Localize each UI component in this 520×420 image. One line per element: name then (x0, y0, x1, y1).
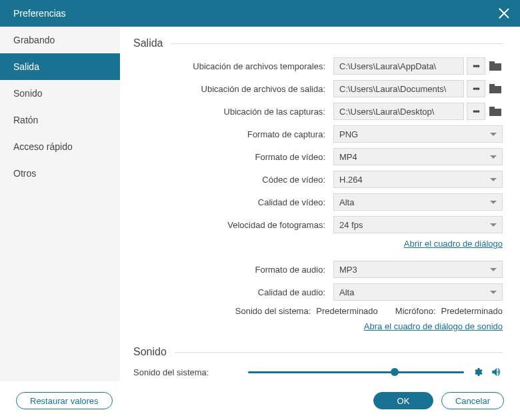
select-video-quality[interactable]: Alta (333, 193, 503, 211)
value-system-sound: Predeterminado (316, 306, 378, 316)
slider-track (248, 371, 464, 373)
input-temp-path[interactable] (333, 57, 464, 75)
value-microphone: Predeterminado (441, 306, 503, 316)
slider-thumb[interactable] (391, 368, 399, 376)
folder-icon (489, 107, 501, 116)
browse-button-temp[interactable]: ••• (467, 57, 485, 75)
select-value: MP4 (339, 152, 357, 162)
link-row-open-dialog: Abrir el cuadro de diálogo (133, 239, 503, 249)
label-video-quality: Calidad de vídeo: (133, 197, 333, 207)
ellipsis-icon: ••• (473, 61, 479, 71)
device-info-row: Sonido del sistema: Predeterminado Micró… (133, 306, 503, 316)
open-dialog-link[interactable]: Abrir el cuadro de diálogo (404, 239, 503, 249)
restore-defaults-button[interactable]: Restaurar valores (16, 392, 113, 409)
row-capture-path: Ubicación de las capturas: ••• (133, 103, 503, 120)
sidebar: Grabando Salida Sonido Ratón Acceso rápi… (0, 27, 120, 381)
sidebar-item-output[interactable]: Salida (0, 53, 120, 80)
ellipsis-icon: ••• (473, 107, 479, 116)
label-video-codec: Códec de vídeo: (133, 175, 333, 185)
gear-icon[interactable] (472, 367, 483, 377)
row-system-sound-slider: Sonido del sistema: (133, 366, 503, 378)
input-capture-path[interactable] (333, 103, 464, 120)
sidebar-item-others[interactable]: Otros (0, 160, 120, 187)
label-microphone: Micrófono: (395, 306, 436, 316)
cancel-button[interactable]: Cancelar (441, 392, 504, 409)
label-output-path: Ubicación de archivos de salida: (133, 84, 333, 94)
ok-button[interactable]: OK (373, 392, 433, 409)
select-value: H.264 (339, 175, 363, 185)
label-audio-format: Formato de audio: (133, 265, 333, 275)
select-fps[interactable]: 24 fps (333, 216, 503, 233)
select-value: Alta (339, 197, 354, 207)
system-sound-slider[interactable] (248, 367, 464, 377)
speaker-icon[interactable] (491, 366, 503, 378)
input-output-path[interactable] (333, 80, 464, 97)
section-heading-output: Salida (133, 37, 503, 49)
footer: Restaurar valores OK Cancelar (0, 381, 520, 420)
close-icon[interactable] (497, 7, 511, 20)
row-video-format: Formato de vídeo: MP4 (133, 148, 503, 165)
ellipsis-icon: ••• (473, 84, 479, 93)
chevron-down-icon (490, 201, 497, 204)
row-audio-quality: Calidad de audio: Alta (133, 283, 503, 301)
open-sound-dialog-link[interactable]: Abra el cuadro de diálogo de sonido (364, 321, 503, 331)
select-video-codec[interactable]: H.264 (333, 171, 503, 188)
sidebar-item-mouse[interactable]: Ratón (0, 107, 120, 133)
body: Grabando Salida Sonido Ratón Acceso rápi… (0, 27, 520, 381)
label-temp-path: Ubicación de archivos temporales: (133, 61, 333, 71)
titlebar: Preferencias (0, 0, 520, 27)
select-value: 24 fps (339, 220, 363, 230)
label-audio-quality: Calidad de audio: (133, 287, 333, 297)
open-folder-button-output[interactable] (488, 80, 503, 97)
row-capture-format: Formato de captura: PNG (133, 125, 503, 143)
sidebar-item-recording[interactable]: Grabando (0, 27, 120, 53)
row-audio-format: Formato de audio: MP3 (133, 261, 503, 278)
select-value: Alta (339, 287, 354, 297)
select-capture-format[interactable]: PNG (333, 125, 503, 143)
row-output-path: Ubicación de archivos de salida: ••• (133, 80, 503, 97)
select-audio-format[interactable]: MP3 (333, 261, 503, 278)
chevron-down-icon (490, 223, 497, 227)
open-folder-button-temp[interactable] (488, 57, 503, 75)
chevron-down-icon (490, 268, 497, 271)
section-heading-sound: Sonido (133, 346, 503, 358)
row-video-codec: Códec de vídeo: H.264 (133, 171, 503, 188)
row-video-quality: Calidad de vídeo: Alta (133, 193, 503, 211)
browse-button-output[interactable]: ••• (467, 80, 485, 97)
row-fps: Velocidad de fotogramas: 24 fps (133, 216, 503, 233)
open-folder-button-capture[interactable] (488, 103, 503, 120)
chevron-down-icon (490, 133, 497, 136)
select-value: PNG (339, 129, 358, 139)
label-system-sound-slider: Sonido del sistema: (133, 367, 240, 377)
label-video-format: Formato de vídeo: (133, 152, 333, 162)
select-audio-quality[interactable]: Alta (333, 283, 503, 301)
select-video-format[interactable]: MP4 (333, 148, 503, 165)
label-capture-format: Formato de captura: (133, 129, 333, 139)
label-fps: Velocidad de fotogramas: (133, 220, 333, 230)
label-system-sound: Sonido del sistema: (235, 306, 311, 316)
row-temp-path: Ubicación de archivos temporales: ••• (133, 57, 503, 75)
folder-icon (489, 84, 501, 93)
chevron-down-icon (490, 291, 497, 294)
chevron-down-icon (490, 155, 497, 159)
preferences-window: Preferencias Grabando Salida Sonido Rató… (0, 0, 520, 420)
browse-button-capture[interactable]: ••• (467, 103, 485, 120)
sidebar-item-shortcuts[interactable]: Acceso rápido (0, 133, 120, 160)
sidebar-item-sound[interactable]: Sonido (0, 80, 120, 107)
link-row-sound-dialog: Abra el cuadro de diálogo de sonido (133, 321, 503, 331)
window-title: Preferencias (13, 8, 66, 19)
chevron-down-icon (490, 178, 497, 181)
content-panel[interactable]: Salida Ubicación de archivos temporales:… (120, 27, 520, 381)
label-capture-path: Ubicación de las capturas: (133, 107, 333, 117)
select-value: MP3 (339, 265, 357, 275)
folder-icon (489, 61, 501, 71)
